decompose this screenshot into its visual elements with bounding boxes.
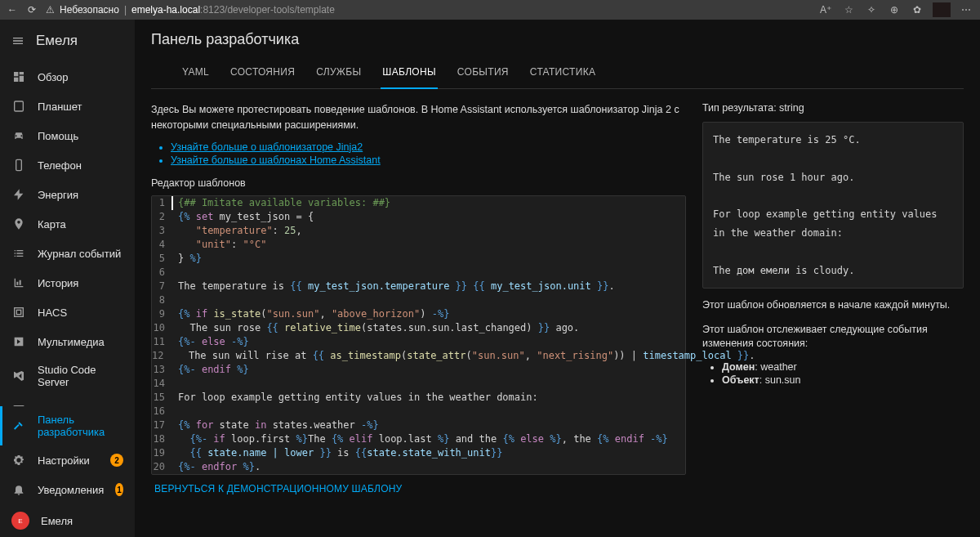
sidebar-item-studio-code-server[interactable]: Studio Code Server: [0, 356, 135, 396]
sidebar-item-label: HACS: [38, 307, 67, 319]
more-icon[interactable]: ⋯: [959, 4, 973, 16]
badge: 2: [110, 454, 123, 467]
sidebar-item-помощь[interactable]: Помощь: [0, 121, 135, 150]
svg-rect-2: [15, 308, 24, 317]
badge: 1: [115, 483, 123, 496]
sidebar-item-label: Помощь: [38, 130, 78, 142]
sidebar-item-label: Телефон: [38, 159, 82, 172]
tab-статистика[interactable]: СТАТИСТИКА: [528, 58, 597, 88]
entity-list: Домен: weatherОбъект: sun.sun: [722, 361, 964, 386]
app-title: Емеля: [36, 33, 78, 49]
sidebar-item-terminal[interactable]: Terminal: [0, 396, 135, 406]
play-icon: [11, 334, 26, 349]
tab-bar: YAMLСОСТОЯНИЯСЛУЖБЫШАБЛОНЫСОБЫТИЯСТАТИСТ…: [151, 58, 964, 89]
sidebar-item-журнал-событий[interactable]: Журнал событий: [0, 239, 135, 268]
gear-icon: [11, 453, 26, 468]
link-jinja2[interactable]: Узнайте больше о шаблонизаторе Jinja2: [171, 141, 363, 153]
read-aloud-icon[interactable]: A⁺: [818, 4, 833, 16]
tab-шаблоны[interactable]: ШАБЛОНЫ: [381, 58, 437, 89]
result-type-label: Тип результата: string: [702, 102, 964, 114]
bell-icon: [11, 482, 26, 497]
entity-item: Объект: sun.sun: [722, 374, 964, 386]
vscode-icon: [11, 369, 26, 383]
main-content: Панель разработчика YAMLСОСТОЯНИЯСЛУЖБЫШ…: [135, 20, 980, 537]
back-button[interactable]: ←: [7, 4, 18, 16]
sidebar-item-планшет[interactable]: Планшет: [0, 92, 135, 121]
svg-rect-0: [15, 101, 24, 111]
reset-template-button[interactable]: ВЕРНУТЬСЯ К ДЕМОНСТРАЦИОННОМУ ШАБЛОНУ: [151, 475, 686, 503]
favorites-bar-icon[interactable]: ✧: [864, 4, 879, 16]
sidebar-item-история[interactable]: История: [0, 268, 135, 298]
extensions-icon[interactable]: ✿: [910, 4, 924, 16]
sidebar-item-уведомления[interactable]: Уведомления1: [0, 475, 135, 504]
menu-icon[interactable]: [10, 33, 26, 49]
sidebar-item-label: Мультимедиа: [38, 336, 105, 348]
link-ha-templates[interactable]: Узнайте больше о шаблонах Home Assistant: [171, 154, 381, 166]
insecure-label: Небезопасно: [60, 4, 119, 16]
list-icon: [11, 246, 26, 261]
sidebar-item-настройки[interactable]: Настройки2: [0, 445, 135, 475]
avatar-icon: Е: [11, 512, 29, 530]
sidebar-header: Емеля: [0, 20, 135, 62]
chart-icon: [11, 275, 26, 290]
sidebar-item-телефон[interactable]: Телефон: [0, 150, 135, 180]
sidebar-item-label: Карта: [38, 218, 66, 230]
watch-info: Этот шаблон отслеживает следующие событи…: [702, 323, 964, 351]
tab-события[interactable]: СОБЫТИЯ: [456, 58, 510, 88]
browser-toolbar: ← ⟳ ⚠ Небезопасно | emelya-ha.local:8123…: [0, 0, 980, 20]
sidebar-item-панель-разработчика[interactable]: Панель разработчика: [0, 406, 135, 445]
sidebar-item-label: Настройки: [38, 454, 90, 467]
sidebar-item-label: История: [38, 277, 78, 289]
sidebar-item-емеля[interactable]: ЕЕмеля: [0, 504, 135, 537]
bolt-icon: [11, 187, 26, 202]
result-output: The temperature is 25 °C. The sun rose 1…: [702, 122, 964, 289]
tablet-icon: [11, 99, 26, 114]
sidebar-item-обзор[interactable]: Обзор: [0, 62, 135, 92]
sidebar-item-label: Журнал событий: [38, 248, 121, 260]
page-title: Панель разработчика: [151, 31, 964, 48]
sidebar-item-label: Обзор: [38, 71, 69, 83]
template-editor[interactable]: 1{## Imitate available variables: ##}2{%…: [151, 195, 686, 475]
favorite-icon[interactable]: ☆: [841, 4, 856, 16]
tab-yaml[interactable]: YAML: [180, 58, 211, 88]
sidebar-item-label: Панель разработчика: [38, 414, 123, 438]
sidebar-item-мультимедиа[interactable]: Мультимедиа: [0, 327, 135, 356]
update-info: Этот шаблон обновляется в начале каждой …: [702, 298, 964, 313]
svg-rect-3: [16, 310, 20, 314]
car-icon: [11, 128, 26, 143]
sidebar-item-label: Энергия: [38, 189, 78, 201]
insecure-icon: ⚠: [46, 4, 55, 16]
hammer-icon: [11, 418, 26, 433]
sidebar: Емеля ОбзорПланшетПомощьТелефонЭнергияКа…: [0, 20, 135, 537]
sidebar-item-label: Уведомления: [38, 484, 104, 496]
sidebar-item-label: Studio Code Server: [38, 364, 123, 388]
sidebar-item-label: Планшет: [38, 101, 82, 113]
tab-состояния[interactable]: СОСТОЯНИЯ: [229, 58, 296, 88]
intro-text: Здесь Вы можете протестировать поведение…: [151, 102, 686, 133]
map-icon: [11, 217, 26, 231]
entity-item: Домен: weather: [722, 361, 964, 373]
editor-label: Редактор шаблонов: [151, 177, 686, 189]
help-links: Узнайте больше о шаблонизаторе Jinja2 Уз…: [171, 141, 686, 166]
hacs-icon: [11, 305, 26, 320]
refresh-button[interactable]: ⟳: [26, 4, 38, 16]
tab-службы[interactable]: СЛУЖБЫ: [314, 58, 363, 88]
collections-icon[interactable]: ⊕: [887, 4, 902, 16]
address-bar[interactable]: ⚠ Небезопасно | emelya-ha.local:8123/dev…: [46, 4, 810, 16]
sidebar-item-hacs[interactable]: HACS: [0, 298, 135, 327]
dashboard-icon: [11, 69, 26, 84]
profile-square[interactable]: [933, 2, 951, 17]
svg-rect-1: [16, 159, 22, 170]
sidebar-item-label: Емеля: [41, 515, 73, 527]
sidebar-item-энергия[interactable]: Энергия: [0, 180, 135, 209]
sidebar-item-карта[interactable]: Карта: [0, 209, 135, 239]
phone-icon: [11, 158, 26, 172]
